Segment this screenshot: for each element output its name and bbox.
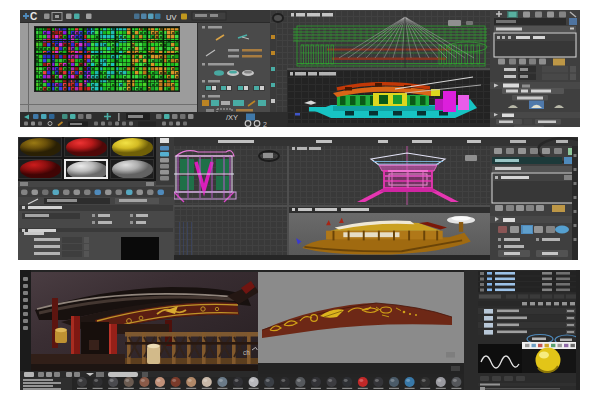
- svg-text:2: 2: [263, 121, 267, 128]
- svg-text:ch: ch: [243, 349, 250, 356]
- svg-text:UV: UV: [166, 13, 176, 22]
- svg-text:C: C: [30, 11, 37, 22]
- svg-text:/XY: /XY: [226, 113, 238, 122]
